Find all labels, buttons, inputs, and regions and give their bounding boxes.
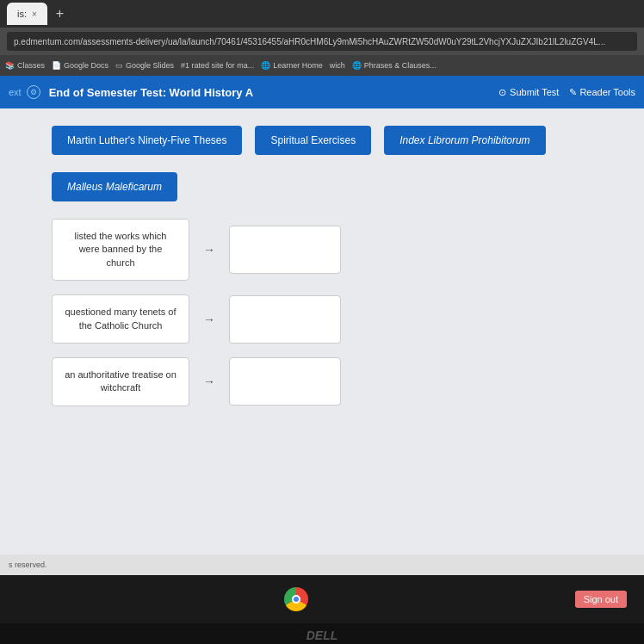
bookmark-rated[interactable]: #1 rated site for ma... [181, 61, 254, 70]
dell-logo: DELL [307, 629, 338, 642]
drag-items-row: Martin Luther's Ninety-Five Theses Spiri… [52, 126, 592, 155]
footer-text: s reserved. [9, 560, 47, 569]
browser-tab[interactable]: is: × [7, 3, 47, 25]
drag-item-spiritual-exercises[interactable]: Spiritual Exercises [255, 126, 371, 155]
match-row-3: an authoritative treatise on witchcraft … [52, 357, 592, 406]
url-input[interactable]: p.edmentum.com/assessments-delivery/ua/l… [7, 32, 637, 51]
match-target-2[interactable] [229, 295, 341, 344]
bookmark-wich[interactable]: wich [330, 61, 345, 70]
footer: s reserved. [0, 554, 644, 575]
settings-icon[interactable]: ⚙ [27, 85, 40, 99]
match-target-3[interactable] [229, 357, 341, 406]
doc-icon: 📄 [52, 61, 61, 70]
taskbar-center [284, 587, 308, 611]
taskbar-bottom: DELL [0, 623, 644, 644]
bookmark-classes[interactable]: 📚 Classes [5, 61, 45, 70]
drag-item-martin-luther[interactable]: Martin Luther's Ninety-Five Theses [52, 126, 242, 155]
nav-bar: ext ⚙ End of Semester Test: World Histor… [0, 76, 644, 108]
reader-tools-button[interactable]: ✎ Reader Tools [569, 87, 635, 98]
bookmark-phrases[interactable]: 🌐 Phrases & Clauses... [352, 61, 437, 70]
phrases-icon: 🌐 [352, 61, 362, 70]
browser-chrome: is: × + p.edmentum.com/assessments-deliv… [0, 0, 644, 76]
chrome-inner [292, 595, 300, 604]
tab-label: is: [17, 9, 27, 19]
drag-item-index-librorum[interactable]: Index Librorum Prohibitorum [384, 126, 545, 155]
chrome-icon [284, 587, 308, 611]
tab-bar: is: × + [0, 0, 644, 28]
bookmark-icon: 📚 [5, 61, 15, 70]
arrow-icon-3: → [203, 375, 215, 388]
bookmark-learner-home[interactable]: 🌐 Learner Home [261, 61, 323, 70]
page-title: End of Semester Test: World History A [49, 86, 490, 99]
match-description-2: questioned many tenets of the Catholic C… [52, 294, 189, 344]
back-button[interactable]: ext [9, 87, 22, 97]
drag-items-row-2: Malleus Maleficarum [52, 172, 592, 201]
nav-right: ⊙ Submit Test ✎ Reader Tools [498, 87, 635, 98]
arrow-icon-1: → [203, 243, 215, 257]
nav-left: ext ⚙ [9, 85, 40, 99]
bookmark-google-docs[interactable]: 📄 Google Docs [52, 61, 108, 70]
submit-icon: ⊙ [498, 87, 506, 98]
matching-section: listed the works which were banned by th… [52, 219, 592, 406]
match-row-1: listed the works which were banned by th… [52, 219, 592, 281]
address-bar: p.edmentum.com/assessments-delivery/ua/l… [0, 28, 644, 55]
match-target-1[interactable] [229, 226, 341, 274]
sign-out-button[interactable]: Sign out [575, 591, 627, 608]
main-content: Martin Luther's Ninety-Five Theses Spiri… [0, 108, 644, 554]
new-tab-button[interactable]: + [51, 6, 69, 22]
reader-icon: ✎ [569, 87, 577, 98]
bookmark-google-slides[interactable]: ▭ Google Slides [115, 61, 174, 70]
home-icon: 🌐 [261, 61, 270, 70]
arrow-icon-2: → [203, 313, 215, 326]
match-description-3: an authoritative treatise on witchcraft [52, 357, 189, 406]
tab-close-icon[interactable]: × [32, 9, 37, 19]
submit-test-button[interactable]: ⊙ Submit Test [498, 87, 559, 98]
bookmarks-bar: 📚 Classes 📄 Google Docs ▭ Google Slides … [0, 55, 644, 76]
app-container: ext ⚙ End of Semester Test: World Histor… [0, 76, 644, 575]
match-description-1: listed the works which were banned by th… [52, 219, 189, 281]
taskbar: Sign out [0, 575, 644, 623]
match-row-2: questioned many tenets of the Catholic C… [52, 294, 592, 344]
slides-icon: ▭ [115, 61, 123, 70]
drag-item-malleus[interactable]: Malleus Maleficarum [52, 172, 177, 201]
